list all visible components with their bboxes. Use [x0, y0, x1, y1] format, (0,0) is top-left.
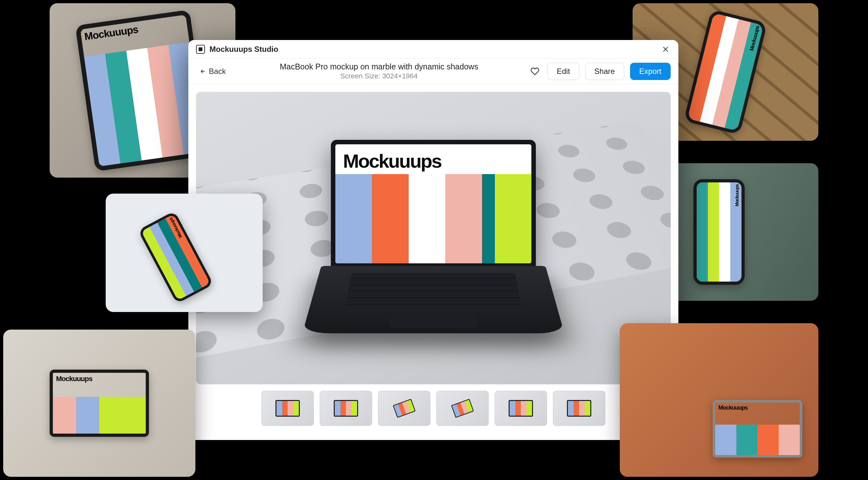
mockup-logo-text: Mockuuups — [56, 375, 92, 383]
variant-thumb-3[interactable] — [378, 391, 431, 426]
display-logo-text: Mockuuups — [335, 144, 531, 174]
mockup-logo-text: Mockuuups — [735, 184, 740, 206]
share-button[interactable]: Share — [585, 63, 624, 80]
export-button[interactable]: Export — [630, 63, 671, 80]
app-name: Mockuuups Studio — [210, 45, 278, 54]
close-button[interactable] — [660, 44, 671, 55]
titlebar: Mockuuups Studio — [188, 40, 678, 59]
edit-button[interactable]: Edit — [547, 63, 579, 80]
variant-thumb-5[interactable] — [495, 391, 547, 426]
mockup-logo-text: Mockuuups — [718, 405, 748, 411]
mockup-meta: Screen Size: 3024×1964 — [236, 72, 522, 80]
toolbar: Back MacBook Pro mockup on marble with d… — [188, 59, 678, 84]
variant-thumb-4[interactable] — [436, 391, 489, 426]
main-preview: Mockuuups — [196, 92, 671, 384]
close-icon — [662, 46, 669, 53]
variant-thumbnails — [196, 391, 671, 432]
app-logo-icon — [196, 45, 205, 54]
arrow-left-icon — [200, 68, 206, 74]
mockup-title: MacBook Pro mockup on marble with dynami… — [236, 62, 522, 71]
laptop-keyboard — [302, 266, 564, 334]
title-block: MacBook Pro mockup on marble with dynami… — [236, 62, 522, 80]
laptop-screen: Mockuuups — [331, 140, 536, 268]
favorite-button[interactable] — [528, 65, 541, 78]
back-button[interactable]: Back — [196, 64, 230, 78]
laptop-display: Mockuuups — [335, 144, 531, 263]
laptop-mockup: Mockuuups — [331, 140, 536, 375]
back-label: Back — [209, 67, 226, 76]
mockup-logo-text: Mockuuups — [84, 23, 139, 42]
variant-thumb-6[interactable] — [553, 391, 606, 426]
gallery-thumb-phone-light: Mockuuups — [106, 194, 262, 312]
gallery-thumb-laptop-hand: Mockuuups — [3, 330, 195, 477]
heart-icon — [530, 67, 539, 76]
variant-thumb-1[interactable] — [261, 391, 314, 426]
gallery-thumb-laptop-woman: Mockuuups — [620, 323, 818, 477]
variant-thumb-2[interactable] — [320, 391, 372, 426]
